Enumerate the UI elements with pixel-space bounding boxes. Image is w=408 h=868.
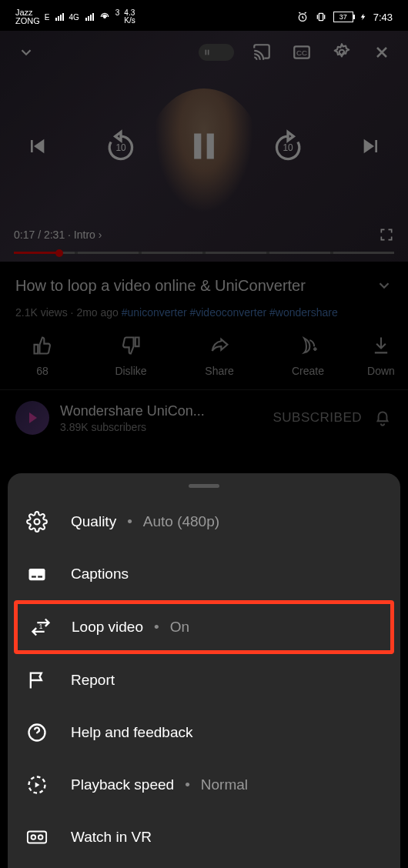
svg-text:10: 10 <box>115 142 126 153</box>
clock-time: 7:43 <box>373 12 393 23</box>
flag-icon <box>26 669 48 691</box>
download-icon <box>370 334 393 357</box>
quality-value: Auto (480p) <box>143 513 219 530</box>
subscribe-status[interactable]: SUBSCRIBED <box>273 410 362 426</box>
collapse-icon[interactable] <box>14 40 38 65</box>
svg-rect-10 <box>207 134 214 159</box>
vibrate-icon <box>315 11 327 23</box>
svg-rect-4 <box>208 50 209 55</box>
report-row[interactable]: Report <box>8 654 400 706</box>
svg-rect-3 <box>206 50 207 55</box>
notification-bell-icon[interactable] <box>373 408 393 428</box>
thumbs-down-icon <box>119 334 142 357</box>
create-icon <box>296 334 319 357</box>
status-right: 37 7:43 <box>296 11 393 23</box>
help-row[interactable]: Help and feedback <box>8 706 400 759</box>
forward-10-icon[interactable]: 10 <box>269 128 306 165</box>
report-label: Report <box>71 672 115 689</box>
channel-avatar[interactable] <box>15 401 49 435</box>
channel-row[interactable]: Wondershare UniCon... 3.89K subscribers … <box>0 390 408 446</box>
quality-row[interactable]: Quality • Auto (480p) <box>8 496 400 548</box>
share-button[interactable]: Share <box>185 334 254 377</box>
share-icon <box>208 334 231 357</box>
svg-point-21 <box>38 835 43 840</box>
svg-rect-14 <box>32 576 36 577</box>
signal-bars-2-icon <box>85 13 94 21</box>
help-label: Help and feedback <box>71 724 192 741</box>
network-speed: 4.3 K/s <box>124 9 135 25</box>
carrier-labels: Jazz ZONG <box>15 8 40 25</box>
expand-description-icon[interactable] <box>376 277 393 294</box>
svg-text:1: 1 <box>39 623 43 630</box>
player-bottom: 0:17 / 2:31 · Intro › <box>0 227 408 254</box>
speed-icon <box>26 774 48 796</box>
hotspot-count: 3 <box>115 8 120 17</box>
carrier-2: ZONG <box>15 17 40 25</box>
chevron-right-icon[interactable]: › <box>99 229 102 241</box>
vr-label: Watch in VR <box>71 829 152 846</box>
player-mid-controls: 10 10 <box>0 128 408 165</box>
captions-icon[interactable]: CC <box>289 40 314 65</box>
cast-icon[interactable] <box>249 40 274 65</box>
pause-icon[interactable] <box>186 128 222 165</box>
charging-icon <box>360 12 367 22</box>
autoplay-toggle[interactable] <box>199 44 234 61</box>
channel-name[interactable]: Wondershare UniCon... <box>60 403 262 419</box>
status-bar: Jazz ZONG E 4G 3 4.3 K/s 37 7:43 <box>0 0 408 31</box>
hotspot-icon <box>99 11 111 23</box>
settings-gear-icon[interactable] <box>329 40 354 65</box>
speed-value: Normal <box>201 776 248 793</box>
settings-sheet: Quality • Auto (480p) Captions 1 Loop vi… <box>8 473 400 868</box>
progress-bar[interactable] <box>14 252 394 254</box>
time-display: 0:17 / 2:31 · Intro › <box>14 229 102 241</box>
video-meta: 2.1K views · 2mo ago #uniconverter #vide… <box>15 306 393 319</box>
gear-icon <box>26 511 48 532</box>
svg-point-12 <box>35 519 40 525</box>
like-button[interactable]: 68 <box>8 334 77 377</box>
video-details: How to loop a video online & UniConverte… <box>0 262 408 319</box>
video-title[interactable]: How to loop a video online & UniConverte… <box>15 275 368 295</box>
svg-rect-13 <box>29 569 45 580</box>
network-e: E <box>45 13 50 22</box>
svg-text:10: 10 <box>283 142 293 153</box>
loop-video-row[interactable]: 1 Loop video • On <box>14 600 394 654</box>
loop-value: On <box>170 619 189 636</box>
svg-text:CC: CC <box>296 48 307 57</box>
svg-point-20 <box>32 835 36 840</box>
rewind-10-icon[interactable]: 10 <box>102 128 139 165</box>
create-button[interactable]: Create <box>273 334 343 377</box>
status-left: Jazz ZONG E 4G 3 4.3 K/s <box>15 8 135 25</box>
help-icon <box>26 722 48 743</box>
player-top-controls: CC <box>0 40 408 65</box>
next-icon[interactable] <box>353 128 390 165</box>
video-player[interactable]: CC 10 10 0:17 / 2:31 <box>0 31 408 262</box>
channel-subs: 3.89K subscribers <box>60 421 262 433</box>
close-icon[interactable] <box>370 40 394 65</box>
captions-menu-icon <box>26 563 48 585</box>
sheet-drag-handle[interactable] <box>189 484 219 488</box>
watch-vr-row[interactable]: Watch in VR <box>8 811 400 863</box>
svg-rect-9 <box>194 134 201 159</box>
svg-rect-15 <box>38 576 42 577</box>
hashtag-link[interactable]: #videoconverter <box>189 306 266 319</box>
alarm-icon <box>296 11 309 23</box>
loop-icon: 1 <box>30 616 52 638</box>
speed-label: Playback speed <box>71 776 174 793</box>
dislike-button[interactable]: Dislike <box>96 334 166 377</box>
download-button[interactable]: Down <box>362 334 400 377</box>
hashtag-link[interactable]: #wondershare <box>269 306 338 319</box>
svg-rect-19 <box>28 832 46 843</box>
hashtag-link[interactable]: #uniconverter <box>122 306 187 319</box>
svg-rect-2 <box>319 13 323 20</box>
playback-speed-row[interactable]: Playback speed • Normal <box>8 759 400 811</box>
thumbs-up-icon <box>31 334 54 357</box>
fullscreen-icon[interactable] <box>379 227 394 242</box>
pause-small-icon <box>202 47 212 58</box>
svg-point-0 <box>103 16 105 18</box>
loop-label: Loop video <box>72 619 143 636</box>
network-4g: 4G <box>69 13 79 22</box>
action-row: 68 Dislike Share Create Down <box>0 319 408 389</box>
previous-icon[interactable] <box>18 128 55 165</box>
quality-label: Quality <box>71 513 116 530</box>
captions-row[interactable]: Captions <box>8 548 400 600</box>
